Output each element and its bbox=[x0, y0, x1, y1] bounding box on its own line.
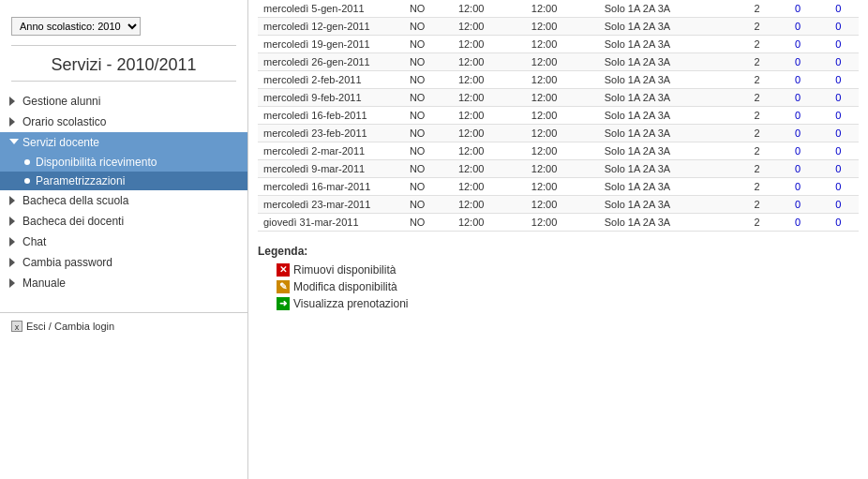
logout-label[interactable]: Esci / Cambia login bbox=[26, 321, 114, 332]
year-select[interactable]: Anno scolastico: 2010 bbox=[11, 17, 141, 36]
table-row: mercoledì 9-feb-2011NO12:0012:00Solo 1A … bbox=[258, 89, 859, 107]
cell-n3[interactable]: 0 bbox=[818, 160, 859, 178]
cell-n1: 2 bbox=[737, 178, 777, 196]
cell-date: mercoledì 9-mar-2011 bbox=[258, 160, 404, 178]
cell-time1: 12:00 bbox=[453, 89, 526, 107]
cell-no: NO bbox=[404, 125, 453, 142]
disponibilita-ricevimento-bullet-icon bbox=[24, 159, 30, 165]
cell-time1: 12:00 bbox=[453, 125, 526, 142]
cell-time2: 12:00 bbox=[526, 142, 599, 160]
cell-n1: 2 bbox=[737, 142, 777, 160]
cell-time1: 12:00 bbox=[453, 53, 526, 71]
cell-time2: 12:00 bbox=[526, 36, 599, 53]
cell-n2[interactable]: 0 bbox=[777, 71, 817, 89]
cell-n1: 2 bbox=[737, 160, 777, 178]
legend: Legenda: ✕Rimuovi disponibilità✎Modifica… bbox=[258, 241, 859, 318]
cell-n3[interactable]: 0 bbox=[818, 89, 859, 107]
sidebar-item-bacheca-scuola[interactable]: Bacheca della scuola bbox=[0, 190, 247, 211]
cell-n2[interactable]: 0 bbox=[777, 214, 817, 232]
cell-n3[interactable]: 0 bbox=[818, 36, 859, 53]
cell-time2: 12:00 bbox=[526, 71, 599, 89]
servizi-docente-arrow-icon bbox=[9, 139, 19, 148]
sidebar-item-manuale[interactable]: Manuale bbox=[0, 273, 247, 293]
cell-solo: Solo 1A 2A 3A bbox=[599, 160, 737, 178]
legend-label-visualizza: Visualizza prenotazioni bbox=[293, 297, 409, 310]
cell-n3[interactable]: 0 bbox=[818, 125, 859, 142]
sidebar-divider-bottom bbox=[11, 81, 236, 82]
cell-n2[interactable]: 0 bbox=[777, 36, 817, 53]
bacheca-scuola-arrow-icon bbox=[9, 196, 19, 205]
cell-n1: 2 bbox=[737, 214, 777, 232]
sidebar-item-orario-scolastico[interactable]: Orario scolastico bbox=[0, 112, 247, 132]
cell-n2[interactable]: 0 bbox=[777, 125, 817, 142]
cell-no: NO bbox=[404, 0, 453, 18]
cell-solo: Solo 1A 2A 3A bbox=[599, 142, 737, 160]
cell-n3[interactable]: 0 bbox=[818, 71, 859, 89]
sidebar-item-bacheca-docenti[interactable]: Bacheca dei docenti bbox=[0, 211, 247, 232]
sidebar-item-cambia-password[interactable]: Cambia password bbox=[0, 252, 247, 273]
sidebar-item-label-cambia-password: Cambia password bbox=[22, 256, 112, 269]
cell-time2: 12:00 bbox=[526, 53, 599, 71]
sidebar-item-label-manuale: Manuale bbox=[22, 277, 66, 290]
cell-n2[interactable]: 0 bbox=[777, 160, 817, 178]
parametrizzazioni-bullet-icon bbox=[24, 178, 30, 184]
sidebar-item-label-gestione-alunni: Gestione alunni bbox=[22, 95, 100, 108]
cell-no: NO bbox=[404, 196, 453, 214]
cell-date: mercoledì 26-gen-2011 bbox=[258, 53, 404, 71]
cell-date: mercoledì 23-mar-2011 bbox=[258, 196, 404, 214]
cell-n2[interactable]: 0 bbox=[777, 89, 817, 107]
year-select-container[interactable]: Anno scolastico: 2010 bbox=[11, 17, 236, 36]
sidebar-subitem-parametrizzazioni[interactable]: Parametrizzazioni bbox=[0, 172, 247, 190]
sidebar-title: Servizi - 2010/2011 bbox=[0, 55, 247, 75]
cell-n2[interactable]: 0 bbox=[777, 178, 817, 196]
sidebar-item-servizi-docente[interactable]: Servizi docente bbox=[0, 132, 247, 153]
cell-no: NO bbox=[404, 214, 453, 232]
sidebar-item-label-orario-scolastico: Orario scolastico bbox=[22, 115, 106, 128]
orario-scolastico-arrow-icon bbox=[9, 117, 19, 127]
cell-n1: 2 bbox=[737, 18, 777, 36]
cell-date: mercoledì 19-gen-2011 bbox=[258, 36, 404, 53]
visualizza-icon: ➜ bbox=[277, 297, 290, 310]
table-row: mercoledì 16-feb-2011NO12:0012:00Solo 1A… bbox=[258, 107, 859, 125]
cell-date: mercoledì 2-mar-2011 bbox=[258, 142, 404, 160]
cell-date: mercoledì 2-feb-2011 bbox=[258, 71, 404, 89]
cell-n2[interactable]: 0 bbox=[777, 18, 817, 36]
table-row: mercoledì 2-feb-2011NO12:0012:00Solo 1A … bbox=[258, 71, 859, 89]
sidebar-item-chat[interactable]: Chat bbox=[0, 232, 247, 252]
cell-solo: Solo 1A 2A 3A bbox=[599, 36, 737, 53]
cell-n2[interactable]: 0 bbox=[777, 0, 817, 18]
cell-n2[interactable]: 0 bbox=[777, 53, 817, 71]
cell-date: giovedì 31-mar-2011 bbox=[258, 214, 404, 232]
cell-n3[interactable]: 0 bbox=[818, 107, 859, 125]
cell-n3[interactable]: 0 bbox=[818, 214, 859, 232]
cell-solo: Solo 1A 2A 3A bbox=[599, 214, 737, 232]
cell-no: NO bbox=[404, 71, 453, 89]
cell-n3[interactable]: 0 bbox=[818, 18, 859, 36]
cell-time1: 12:00 bbox=[453, 71, 526, 89]
cell-date: mercoledì 5-gen-2011 bbox=[258, 0, 404, 18]
cell-n3[interactable]: 0 bbox=[818, 53, 859, 71]
cell-n3[interactable]: 0 bbox=[818, 0, 859, 18]
cell-time1: 12:00 bbox=[453, 36, 526, 53]
cell-no: NO bbox=[404, 107, 453, 125]
sidebar-item-gestione-alunni[interactable]: Gestione alunni bbox=[0, 91, 247, 112]
cell-n2[interactable]: 0 bbox=[777, 107, 817, 125]
cell-solo: Solo 1A 2A 3A bbox=[599, 89, 737, 107]
cell-time2: 12:00 bbox=[526, 125, 599, 142]
cell-n2[interactable]: 0 bbox=[777, 142, 817, 160]
sidebar-footer[interactable]: x Esci / Cambia login bbox=[0, 312, 247, 339]
sidebar: Anno scolastico: 2010 Servizi - 2010/201… bbox=[0, 0, 248, 479]
cell-n1: 2 bbox=[737, 71, 777, 89]
cell-n3[interactable]: 0 bbox=[818, 142, 859, 160]
cell-solo: Solo 1A 2A 3A bbox=[599, 125, 737, 142]
cell-n1: 2 bbox=[737, 107, 777, 125]
sidebar-subitem-disponibilita-ricevimento[interactable]: Disponibilità ricevimento bbox=[0, 153, 247, 172]
cell-n2[interactable]: 0 bbox=[777, 196, 817, 214]
cell-time2: 12:00 bbox=[526, 0, 599, 18]
cell-n3[interactable]: 0 bbox=[818, 196, 859, 214]
cell-no: NO bbox=[404, 53, 453, 71]
cell-n3[interactable]: 0 bbox=[818, 178, 859, 196]
cell-time1: 12:00 bbox=[453, 160, 526, 178]
sidebar-item-label-bacheca-docenti: Bacheca dei docenti bbox=[22, 215, 124, 228]
cell-date: mercoledì 12-gen-2011 bbox=[258, 18, 404, 36]
